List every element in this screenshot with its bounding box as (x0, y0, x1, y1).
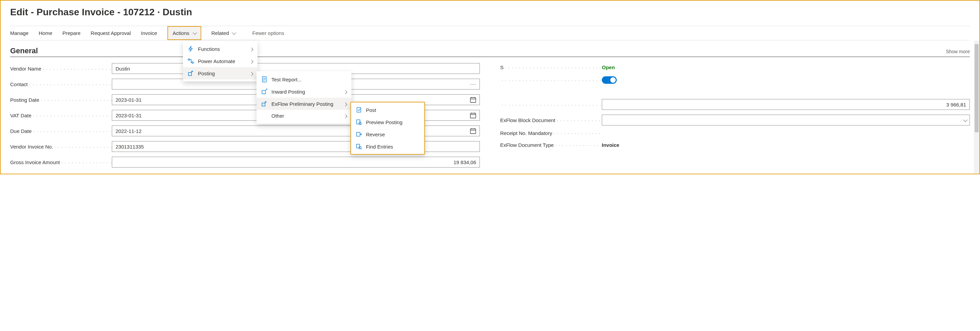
menu-post-label: Post (366, 107, 376, 113)
toolbar-invoice[interactable]: Invoice (141, 30, 157, 36)
page-title: Edit - Purchase Invoice - 107212 · Dusti… (10, 7, 970, 18)
scrollbar[interactable] (974, 41, 979, 174)
svg-rect-26 (356, 144, 360, 148)
label-contact: Contact (10, 82, 112, 87)
svg-rect-25 (356, 132, 360, 136)
menu-preview-posting[interactable]: Preview Posting (351, 116, 424, 128)
menu-find-entries-label: Find Entries (366, 144, 393, 150)
label-status: S (500, 64, 602, 70)
menu-functions[interactable]: Functions (183, 43, 258, 55)
svg-rect-21 (357, 107, 361, 112)
svg-rect-20 (262, 103, 265, 106)
menu-test-report[interactable]: Test Report... (256, 73, 352, 85)
chevron-right-icon (250, 58, 253, 64)
value-exflow-document-type: Invoice (602, 141, 970, 149)
reverse-icon (356, 131, 362, 138)
label-amount-hidden (500, 102, 602, 107)
toggle-switch[interactable] (602, 76, 617, 84)
value-receipt-no-mandatory (602, 132, 970, 134)
toolbar-request-approval[interactable]: Request Approval (91, 30, 131, 36)
show-more-link[interactable]: Show more (946, 49, 970, 54)
find-icon (356, 144, 362, 150)
toolbar-home[interactable]: Home (39, 30, 52, 36)
svg-line-24 (361, 124, 361, 125)
svg-rect-14 (188, 73, 191, 76)
svg-rect-4 (470, 113, 476, 118)
svg-point-13 (192, 62, 194, 63)
svg-rect-8 (470, 129, 476, 134)
exflow-preliminary-submenu: Post Preview Posting Reverse Find Entrie… (350, 102, 425, 155)
calendar-icon[interactable] (470, 128, 476, 134)
chevron-right-icon (250, 70, 253, 76)
menu-inward-posting[interactable]: Inward Posting (256, 85, 352, 98)
label-posting-date: Posting Date (10, 97, 112, 103)
preview-icon (356, 119, 362, 125)
menu-find-entries[interactable]: Find Entries (351, 141, 424, 153)
label-due-date: Due Date (10, 128, 112, 134)
label-vendor-invoice-no: Vendor Invoice No. (10, 144, 112, 150)
svg-rect-0 (470, 98, 476, 102)
toolbar-related-label: Related (212, 30, 229, 36)
input-gross-invoice-amount[interactable]: 19 834,06 (112, 157, 480, 168)
posting-submenu: Test Report... Inward Posting ExFlow Pre… (256, 71, 352, 124)
lookup-icon[interactable]: ··· (470, 81, 476, 88)
chevron-right-icon (344, 89, 347, 94)
value-status: Open (602, 63, 970, 72)
input-amount[interactable]: 3 966,81 (602, 99, 970, 110)
menu-exflow-preliminary-posting[interactable]: ExFlow Preliminary Posting (256, 98, 352, 110)
svg-rect-22 (356, 120, 360, 124)
menu-other[interactable]: Other (256, 110, 352, 122)
toolbar-related[interactable]: Related (212, 30, 235, 36)
section-general-title: General (10, 46, 38, 55)
menu-reverse[interactable]: Reverse (351, 128, 424, 141)
inward-icon (261, 88, 267, 94)
label-vendor-name: Vendor Name (10, 66, 112, 72)
label-gross-invoice-amount: Gross Invoice Amount (10, 159, 112, 165)
chevron-down-icon[interactable] (963, 117, 966, 123)
toolbar: Manage Home Prepare Request Approval Inv… (10, 26, 970, 40)
calendar-icon[interactable] (470, 112, 476, 118)
toolbar-actions[interactable]: Actions (167, 26, 201, 40)
posting-icon (261, 101, 267, 107)
scroll-thumb[interactable] (975, 44, 978, 132)
label-exflow-document-type: ExFlow Document Type (500, 142, 602, 148)
menu-posting[interactable]: Posting (183, 67, 258, 79)
label-toggle-hidden (500, 77, 602, 83)
svg-line-28 (361, 149, 361, 149)
menu-reverse-label: Reverse (366, 131, 385, 138)
chevron-right-icon (344, 101, 347, 107)
label-vat-date: VAT Date (10, 113, 112, 118)
actions-menu: Functions Power Automate Posting (183, 41, 258, 82)
lightning-icon (188, 46, 194, 52)
menu-test-report-label: Test Report... (271, 77, 302, 82)
menu-exflow-preliminary-label: ExFlow Preliminary Posting (271, 101, 333, 107)
label-exflow-block-document: ExFlow Block Document (500, 117, 602, 123)
menu-other-label: Other (271, 113, 284, 119)
menu-preview-posting-label: Preview Posting (366, 119, 402, 125)
menu-posting-label: Posting (198, 70, 215, 76)
posting-icon (188, 70, 194, 76)
toolbar-fewer-options[interactable]: Fewer options (252, 30, 284, 36)
post-icon (356, 107, 362, 113)
report-icon (261, 76, 267, 82)
menu-power-automate[interactable]: Power Automate (183, 55, 258, 67)
menu-functions-label: Functions (198, 46, 220, 52)
flow-icon (188, 58, 194, 64)
menu-post[interactable]: Post (351, 104, 424, 116)
menu-inward-posting-label: Inward Posting (271, 89, 305, 94)
chevron-right-icon (344, 113, 347, 119)
svg-rect-19 (262, 91, 265, 94)
toolbar-prepare[interactable]: Prepare (62, 30, 80, 36)
menu-power-automate-label: Power Automate (198, 58, 235, 64)
toolbar-actions-label: Actions (173, 30, 189, 36)
toolbar-manage[interactable]: Manage (10, 30, 29, 36)
svg-point-12 (188, 59, 190, 60)
input-exflow-block-document[interactable] (602, 115, 970, 125)
label-receipt-no-mandatory: Receipt No. Mandatory (500, 130, 602, 136)
calendar-icon[interactable] (470, 97, 476, 103)
chevron-right-icon (250, 46, 253, 52)
